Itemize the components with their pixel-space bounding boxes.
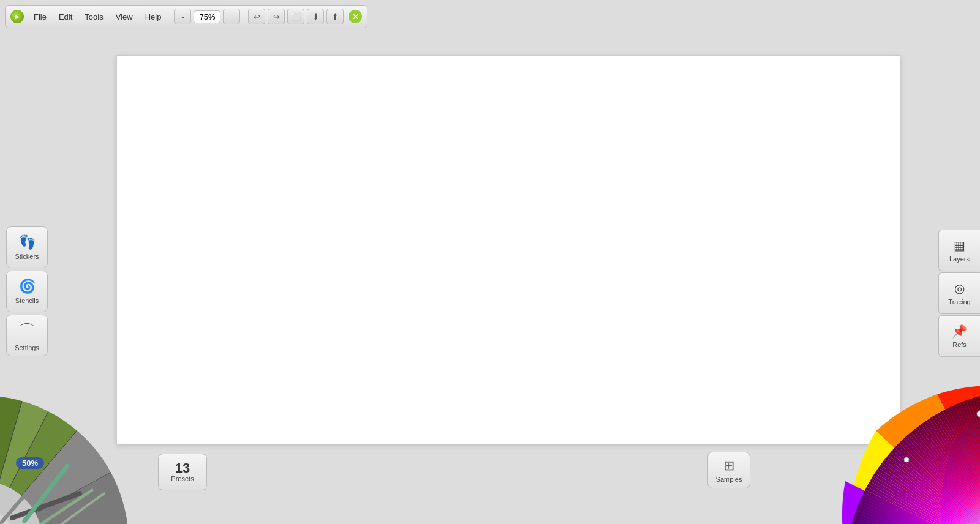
stickers-button[interactable]: 👣 Stickers xyxy=(6,226,48,268)
redo-button[interactable]: ↪ xyxy=(268,9,285,24)
main-canvas[interactable] xyxy=(116,55,900,444)
layers-tab[interactable]: ▦ Layers xyxy=(938,230,980,271)
zoom-indicator: 50% xyxy=(16,457,44,469)
menu-edit[interactable]: Edit xyxy=(54,10,77,23)
layers-icon: ▦ xyxy=(954,238,965,253)
download-button[interactable]: ⬇ xyxy=(307,9,324,24)
stickers-icon: 👣 xyxy=(19,234,36,250)
tracing-tab[interactable]: ◎ Tracing xyxy=(938,272,980,314)
layers-label: Layers xyxy=(949,255,970,263)
tool-wheel[interactable] xyxy=(0,371,153,524)
zoom-value-display: 75% xyxy=(194,10,221,23)
samples-button[interactable]: ⊞ Samples xyxy=(707,452,750,488)
tracing-label: Tracing xyxy=(948,298,970,305)
zoom-in-button[interactable]: + xyxy=(223,9,240,24)
stencils-icon: 🌀 xyxy=(19,279,36,294)
presets-count: 13 xyxy=(175,462,190,475)
menu-tools[interactable]: Tools xyxy=(80,10,108,23)
settings-label: Settings xyxy=(15,344,39,351)
menu-help[interactable]: Help xyxy=(140,10,167,23)
presets-label: Presets xyxy=(171,475,194,482)
tracing-icon: ◎ xyxy=(954,281,965,296)
stencils-button[interactable]: 🌀 Stencils xyxy=(6,271,48,312)
toolbar-divider-2 xyxy=(244,10,244,23)
refs-icon: 📌 xyxy=(952,324,967,339)
stickers-label: Stickers xyxy=(15,253,39,260)
app-logo[interactable] xyxy=(10,10,24,23)
presets-panel[interactable]: 13 Presets xyxy=(158,454,207,490)
samples-grid-icon: ⊞ xyxy=(723,458,734,474)
frame-button[interactable]: ⬜ xyxy=(287,9,304,24)
toolbar-divider-1 xyxy=(170,10,170,23)
left-panel: 👣 Stickers 🌀 Stencils ⌒ Settings xyxy=(6,226,48,356)
close-button[interactable]: ✕ xyxy=(349,10,362,23)
color-wheel-container[interactable]: Metallic 0% xyxy=(796,340,980,524)
zoom-out-button[interactable]: - xyxy=(174,9,191,24)
undo-button[interactable]: ↩ xyxy=(248,9,265,24)
main-toolbar: File Edit Tools View Help - 75% + ↩ ↪ ⬜ … xyxy=(5,5,368,28)
settings-icon: ⌒ xyxy=(19,320,35,342)
stencils-label: Stencils xyxy=(15,297,39,304)
menu-view[interactable]: View xyxy=(111,10,138,23)
fullscreen-button[interactable]: ⬆ xyxy=(326,9,344,24)
settings-button[interactable]: ⌒ Settings xyxy=(6,315,48,356)
right-panel: ▦ Layers ◎ Tracing 📌 Refs xyxy=(938,230,980,357)
color-wheel-canvas[interactable] xyxy=(796,340,980,524)
samples-label: Samples xyxy=(716,476,742,483)
menu-file[interactable]: File xyxy=(29,10,51,23)
